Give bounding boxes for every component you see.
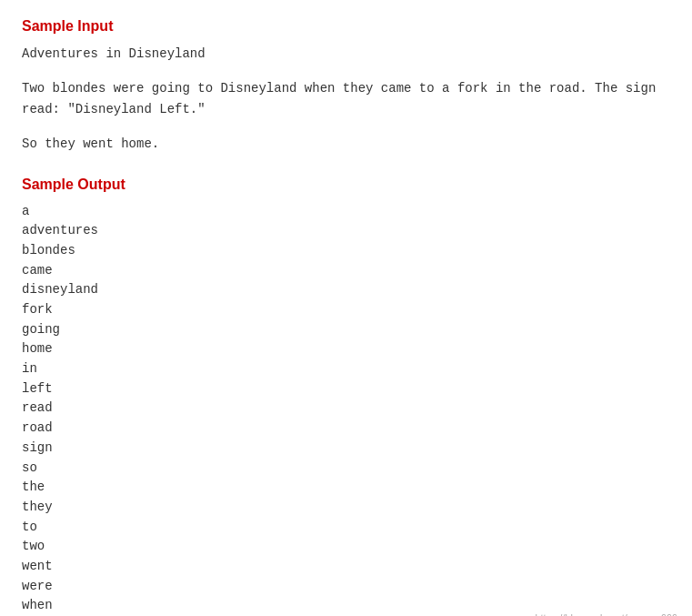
output-word-item: road xyxy=(22,419,670,439)
output-word-item: so xyxy=(22,459,670,479)
output-word-item: were xyxy=(22,577,670,597)
output-word-item: adventures xyxy=(22,221,670,241)
sample-input-section: Sample Input Adventures in Disneyland Tw… xyxy=(22,18,670,155)
input-subtitle-block: Adventures in Disneyland xyxy=(22,44,670,64)
input-paragraph1: Two blondes were going to Disneyland whe… xyxy=(22,81,656,116)
output-word-item: to xyxy=(22,518,670,538)
input-paragraph2: So they went home. xyxy=(22,136,159,151)
output-word-item: home xyxy=(22,339,670,359)
output-word-item: came xyxy=(22,261,670,281)
output-word-item: left xyxy=(22,379,670,399)
output-word-item: the xyxy=(22,478,670,498)
output-word-item: two xyxy=(22,537,670,557)
input-paragraph2-block: So they went home. xyxy=(22,134,670,154)
output-word-item: they xyxy=(22,498,670,518)
output-word-item: a xyxy=(22,202,670,222)
output-word-item: went xyxy=(22,557,670,577)
output-word-item: read xyxy=(22,399,670,419)
output-word-item: sign xyxy=(22,439,670,459)
output-words-list: aadventuresblondescamedisneylandforkgoin… xyxy=(22,202,670,616)
sample-output-section: Sample Output aadventuresblondescamedisn… xyxy=(22,177,670,616)
output-word-item: fork xyxy=(22,300,670,320)
watermark-text: https://blog.csdn.net/qaqaqa666 xyxy=(535,612,677,616)
sample-input-title: Sample Input xyxy=(22,18,670,35)
output-word-item: going xyxy=(22,320,670,340)
input-paragraph1-block: Two blondes were going to Disneyland whe… xyxy=(22,78,670,119)
output-word-item: in xyxy=(22,359,670,379)
output-word-item: blondes xyxy=(22,241,670,261)
output-word-item: disneyland xyxy=(22,280,670,300)
input-subtitle: Adventures in Disneyland xyxy=(22,46,206,61)
sample-output-title: Sample Output xyxy=(22,177,670,193)
